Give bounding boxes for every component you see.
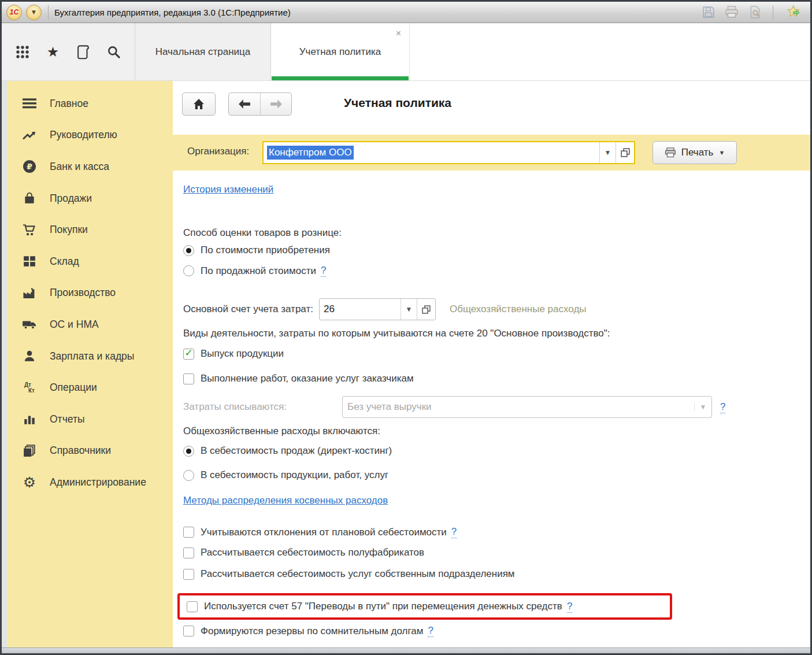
history-link-row: История изменений [183,184,273,195]
highlight-annotation-box: Используется счет 57 "Переводы в пути" п… [177,593,672,620]
cost-account-description: Общехозяйственные расходы [450,304,587,315]
sidebar-item-spravochniki[interactable]: Справочники [7,435,173,467]
search-icon[interactable] [104,42,124,62]
titlebar-divider [773,5,773,19]
print-button[interactable]: Печать ▼ [652,141,737,164]
app-window: 1С ▼ Бухгалтерия предприятия, редакция 3… [0,0,812,655]
quick-toolbar: ★ [2,23,135,80]
chevron-down-icon: ▼ [694,403,711,411]
sidebar-item-proizvodstvo[interactable]: Производство [7,277,173,309]
cost-account-input[interactable]: 26 ▼ [319,298,436,320]
chevron-down-icon: ▼ [31,8,38,16]
radio-row: В себестоимость продукции, работ, услуг [183,469,388,481]
indirect-costs-methods-link[interactable]: Методы распределения косвенных расходов [183,495,388,506]
print-icon[interactable] [724,5,739,19]
history-nav-group [228,92,292,116]
favorites-icon[interactable] [787,5,802,19]
checkbox-plan-cost-deviations[interactable] [183,527,194,538]
print-label: Печать [681,147,714,158]
checkbox-row: Рассчитывается себестоимость услуг собст… [183,568,515,580]
open-link-icon[interactable] [616,142,634,163]
radio-sale-price[interactable] [183,265,194,276]
cost-account-row: Основной счет учета затрат: 26 ▼ Общехоз… [183,298,587,320]
help-link[interactable]: ? [567,601,572,613]
grid-icon [21,256,38,267]
tab-home[interactable]: Начальная страница [135,23,271,80]
writeoff-row: Затраты списываются: Без учета выручки ▼… [183,396,725,418]
cost-account-label: Основной счет учета затрат: [183,304,313,315]
radio-row: В себестоимость продаж (директ-костинг) [183,445,392,457]
help-link[interactable]: ? [321,265,326,277]
dtkt-icon: ДтКт [21,382,38,394]
radio-row: По продажной стоимости ? [183,265,326,277]
favorites-star-icon[interactable]: ★ [43,42,63,62]
radio-acquisition-cost[interactable] [183,245,194,256]
sidebar-item-otchety[interactable]: Отчеты [7,404,173,435]
history-scroll-icon[interactable] [73,42,93,62]
all-functions-grid-icon[interactable] [13,42,32,62]
open-link-icon[interactable] [417,299,435,320]
activities-label: Виды деятельности, затраты по которым уч… [183,328,610,339]
sidebar-item-bank-kassa[interactable]: ₽ Банк и касса [7,151,173,183]
page-title: Учетная политика [344,96,451,110]
checkbox-account-57-transfers[interactable] [187,601,198,612]
back-button[interactable] [229,93,260,115]
sidebar-item-rukovoditelyu[interactable]: Руководителю [7,120,173,151]
chevron-down-icon[interactable]: ▼ [401,299,417,320]
sidebar-item-zarplata-kadry[interactable]: Зарплата и кадры [7,341,173,372]
sidebar-item-prodazhi[interactable]: Продажи [7,183,173,214]
checkbox-works-services[interactable] [183,373,194,384]
titlebar-divider [48,5,49,19]
forward-button[interactable] [260,93,291,115]
sidebar-item-os-nma[interactable]: ОС и НМА [7,309,173,341]
chevron-down-icon[interactable]: ▼ [599,142,616,163]
radio-direct-costing[interactable] [183,446,194,457]
tab-accounting-policy[interactable]: × Учетная политика [271,23,410,80]
checkbox-row: Выпуск продукции [183,348,284,360]
app-logo-button[interactable]: 1С [6,5,22,20]
sidebar-item-administrirovanie[interactable]: ⚙ Администрирование [7,467,173,498]
tab-label: Учетная политика [299,46,381,58]
window-title: Бухгалтерия предприятия, редакция 3.0 (1… [54,8,291,17]
checkbox-doubtful-debts-reserves[interactable] [183,626,194,637]
chevron-down-icon: ▼ [718,149,725,156]
writeoff-label: Затраты списываются: [183,401,342,413]
preview-icon[interactable] [747,5,762,19]
checkbox-row: Формируются резервы по сомнительным долг… [183,625,433,637]
radio-row: По стоимости приобретения [183,245,330,256]
activities-label-row: Виды деятельности, затраты по которым уч… [183,328,610,339]
checkbox-product-output[interactable] [183,349,194,360]
overhead-label-row: Общехозяйственные расходы включаются: [183,425,380,437]
accounting-policy-form: Учетная политика Организация: Конфетпром… [173,81,810,647]
sidebar-item-glavnoe[interactable]: Главное [7,88,173,120]
close-icon[interactable]: × [396,29,401,38]
books-icon [21,445,38,457]
sidebar-item-sklad[interactable]: Склад [7,246,173,277]
radio-production-cost[interactable] [183,470,194,481]
checkbox-row: Учитываются отклонения от плановой себес… [183,526,457,538]
main-menu-button[interactable]: ▼ [26,5,42,20]
menu-icon [21,98,38,109]
home-button[interactable] [182,92,216,116]
sidebar-item-pokupki[interactable]: Покупки [7,214,173,246]
truck-icon [21,319,38,330]
sidebar-item-operacii[interactable]: ДтКт Операции [7,372,173,404]
help-link[interactable]: ? [720,401,725,413]
checkbox-own-units-services-cost[interactable] [183,569,194,580]
help-link[interactable]: ? [451,526,457,538]
window-bottom-frame [2,647,810,653]
organization-strip: Организация: Конфетпром ООО ▼ Печать ▼ [173,135,810,171]
gear-icon: ⚙ [21,475,38,490]
cart-icon [21,224,38,236]
history-changes-link[interactable]: История изменений [183,184,273,195]
save-icon[interactable] [701,5,716,19]
person-icon [21,350,38,362]
writeoff-dropdown: Без учета выручки ▼ [342,396,712,418]
sidebar: Главное Руководителю ₽ Банк и касса Прод… [7,81,173,647]
bag-icon [21,192,38,205]
checkbox-semifinished-cost[interactable] [183,547,194,558]
help-link[interactable]: ? [428,625,433,637]
printer-icon [665,147,676,158]
organization-input[interactable]: Конфетпром ООО ▼ [262,141,635,164]
checkbox-row: Рассчитывается себестоимость полуфабрика… [183,547,424,558]
